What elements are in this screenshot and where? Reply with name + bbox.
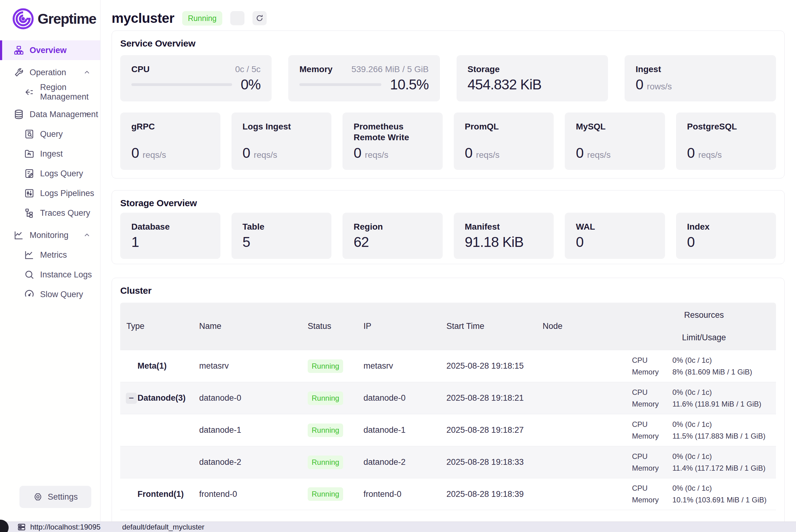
stat-label: Storage (468, 64, 500, 75)
sidebar-item-logs-pipelines[interactable]: Logs Pipelines (0, 184, 100, 203)
col-ip: IP (357, 322, 440, 331)
col-type: Type (120, 322, 193, 331)
metrics-chart-icon (24, 250, 35, 260)
greptime-logo[interactable]: Greptime (0, 0, 100, 31)
database-icon (14, 109, 24, 119)
table-row-datanode-0: − Datanode(3) datanode-0 Running datanod… (120, 382, 776, 414)
cpu-progress-bar (131, 83, 232, 86)
table-row-datanode-2: datanode-2 Running datanode-2 2025-08-28… (120, 446, 776, 478)
sidebar-item-overview[interactable]: Overview (0, 40, 100, 60)
row-resources: CPU0% (0c / 1c) Memory8% (81.609 MiB / 1… (626, 356, 776, 376)
refresh-button[interactable] (252, 11, 267, 25)
col-limit-usage-label: Limit/Usage (682, 333, 726, 342)
gauge-icon (24, 289, 35, 300)
region-card: Region 62 (342, 213, 443, 259)
row-resources: CPU0% (0c / 1c) Memory11.4% (117.172 MiB… (626, 452, 776, 473)
stat-label: Prometheus Remote Write (354, 121, 432, 143)
refresh-icon (255, 14, 264, 22)
rate-value: 0 (465, 145, 473, 161)
rate-unit: reqs/s (254, 150, 277, 160)
table-header: Type Name Status IP Start Time Node Reso… (120, 303, 776, 350)
stat-label: PromQL (465, 121, 543, 132)
stat-value: 1 (131, 234, 209, 250)
table-row-datanode-1: datanode-1 Running datanode-1 2025-08-28… (120, 414, 776, 446)
rate-unit: reqs/s (143, 150, 166, 160)
stat-detail: 0c / 5c (235, 64, 261, 74)
stat-label: CPU (131, 64, 150, 75)
manifest-card: Manifest 91.18 KiB (454, 213, 554, 259)
sidebar-item-label: Operation (30, 68, 66, 77)
row-name: frontend-0 (193, 490, 302, 499)
storage-card: Storage 454.832 KiB (457, 55, 608, 101)
grpc-card: gRPC 0 reqs/s (120, 113, 221, 170)
col-status: Status (302, 322, 357, 331)
stat-value: 5 (243, 234, 321, 250)
trace-tree-icon (24, 208, 35, 218)
document-pen-icon (24, 168, 35, 179)
stat-label: Manifest (465, 221, 543, 232)
section-title: Cluster (120, 285, 776, 296)
sidebar-item-traces-query[interactable]: Traces Query (0, 203, 100, 223)
sidebar-item-query[interactable]: Query (0, 124, 100, 144)
stat-label: Ingest (636, 64, 661, 75)
stat-label: PostgreSQL (687, 121, 765, 132)
sidebar-item-label: Ingest (40, 149, 63, 159)
index-card: Index 0 (676, 213, 776, 259)
wal-card: WAL 0 (565, 213, 665, 259)
memory-percent: 10.5% (390, 76, 429, 93)
rate-value: 0 (131, 145, 139, 161)
copy-button[interactable] (230, 11, 245, 25)
ingest-unit: rows/s (647, 82, 672, 92)
folder-ingest-icon (24, 149, 35, 159)
sliders-icon (24, 188, 35, 198)
cluster-header: mycluster Running (112, 8, 267, 28)
row-start-time: 2025-08-28 19:18:21 (440, 393, 536, 403)
ingest-value: 0 (636, 76, 643, 93)
row-resources: CPU0% (0c / 1c) Memory11.6% (118.91 MiB … (626, 388, 776, 408)
rate-value: 0 (687, 145, 695, 161)
row-ip: datanode-0 (357, 393, 440, 403)
sidebar-item-label: Instance Logs (40, 270, 92, 280)
row-start-time: 2025-08-28 19:18:33 (440, 457, 536, 467)
settings-button[interactable]: Settings (19, 486, 91, 508)
sidebar: Greptime Overview Operation (0, 0, 100, 532)
stat-value: 0 (687, 234, 765, 250)
row-status-badge: Running (308, 456, 343, 469)
postgresql-card: PostgreSQL 0 reqs/s (676, 113, 776, 170)
sidebar-item-region-management[interactable]: Region Management (0, 82, 100, 102)
chevron-up-icon (83, 110, 91, 118)
page-title: mycluster (112, 11, 174, 26)
stat-label: Table (243, 221, 321, 232)
sidebar-item-ingest[interactable]: Ingest (0, 144, 100, 164)
stat-label: Region (354, 221, 432, 232)
sidebar-item-instance-logs[interactable]: Instance Logs (0, 265, 100, 285)
table-row-meta: Meta(1) metasrv Running metasrv 2025-08-… (120, 350, 776, 382)
stat-label: gRPC (131, 121, 209, 132)
sidebar-item-slow-query[interactable]: Slow Query (0, 285, 100, 304)
row-name: metasrv (193, 361, 302, 371)
wrench-icon (14, 67, 24, 78)
storage-value: 454.832 KiB (468, 76, 542, 93)
search-icon (24, 269, 35, 280)
overview-icon (14, 45, 24, 56)
sidebar-item-label: Query (40, 130, 63, 139)
sidebar-item-monitoring[interactable]: Monitoring (0, 225, 100, 245)
collapse-datanode-button[interactable]: − (126, 393, 137, 404)
stat-label: Logs Ingest (243, 121, 321, 132)
current-database: default/default_mycluster (122, 523, 204, 531)
row-name: datanode-2 (193, 457, 302, 467)
sidebar-item-metrics[interactable]: Metrics (0, 245, 100, 265)
gear-icon (33, 492, 43, 502)
corner-widget[interactable] (0, 520, 8, 532)
sidebar-item-data-management[interactable]: Data Management (0, 104, 100, 124)
sidebar-item-operation[interactable]: Operation (0, 62, 100, 82)
row-ip: datanode-1 (357, 425, 440, 435)
mysql-card: MySQL 0 reqs/s (565, 113, 665, 170)
sidebar-item-logs-query[interactable]: Logs Query (0, 164, 100, 184)
server-icon (17, 523, 26, 531)
row-status-badge: Running (308, 392, 343, 405)
row-status-badge: Running (308, 359, 343, 373)
stat-value: 91.18 KiB (465, 234, 543, 250)
sidebar-item-label: Region Management (40, 82, 100, 102)
database-card: Database 1 (120, 213, 221, 259)
